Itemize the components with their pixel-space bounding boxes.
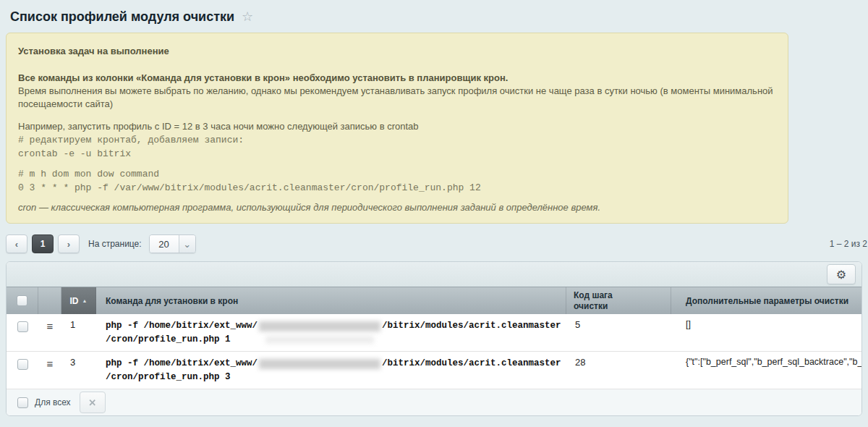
cell-command: php -f /home/bitrix/ext_www/ /bitrix/mod… xyxy=(96,319,566,347)
close-icon: ✕ xyxy=(88,397,96,408)
grid-settings-button[interactable]: ⚙ xyxy=(827,264,856,284)
gear-icon: ⚙ xyxy=(836,268,846,282)
header-cell-step[interactable]: Код шага очистки xyxy=(566,287,671,314)
censored-region-faint xyxy=(265,336,374,344)
notice-code-line2: 0 3 * * * php -f /var/www/bitrix/modules… xyxy=(18,181,775,195)
notice-code-comment2: # m h dom mon dow command xyxy=(18,167,775,181)
header-cell-params[interactable]: Дополнительные параметры очистки xyxy=(671,287,861,314)
cell-params: [] xyxy=(671,319,861,347)
id-header-label: ID xyxy=(70,296,79,306)
command-text: /bitrix/modules/acrit.cleanmaster xyxy=(382,357,561,371)
select-all-footer-checkbox[interactable] xyxy=(17,397,28,408)
notice-footnote: cron — классическая компьютерная програм… xyxy=(18,201,775,214)
per-page-value: 20 xyxy=(150,235,179,253)
page-title: Список профилей модуля очистки xyxy=(10,9,234,25)
range-text: 1 – 2 из 2 xyxy=(830,239,867,249)
grid-toolbar: ⚙ xyxy=(7,262,861,287)
current-page-button[interactable]: 1 xyxy=(32,234,54,253)
row-checkbox[interactable] xyxy=(17,321,28,332)
header-cell-command[interactable]: Команда для установки в крон xyxy=(96,287,566,314)
header-cell-id[interactable]: ID ▲ xyxy=(61,287,96,314)
notice-line-bold: Все команды из колонки «Команда для уста… xyxy=(18,72,775,85)
grid-footer: Для всех ✕ xyxy=(7,389,861,415)
header-cell-menu xyxy=(38,287,61,314)
command-text: /bitrix/modules/acrit.cleanmaster xyxy=(382,319,561,333)
cell-id: 3 xyxy=(61,357,96,384)
notice-heading: Установка задач на выполнение xyxy=(18,45,775,58)
command-header-label: Команда для установки в крон xyxy=(106,296,238,306)
select-all-checkbox[interactable] xyxy=(17,295,27,306)
grid-header: ID ▲ Команда для установки в крон Код ша… xyxy=(7,287,861,314)
page-header: Список профилей модуля очистки ☆ xyxy=(10,7,868,26)
row-menu-icon[interactable]: ≡ xyxy=(47,321,54,331)
cell-id: 1 xyxy=(61,319,96,347)
params-header-label: Дополнительные параметры очистки xyxy=(686,296,848,306)
command-text: /cron/profile_run.php 3 xyxy=(106,371,231,384)
profiles-grid: ⚙ ID ▲ Команда для установки в крон Код … xyxy=(6,261,862,416)
pager-top: ‹ 1 › На странице: 20 ⌄ 1 – 2 из 2 xyxy=(6,233,862,255)
sort-asc-icon: ▲ xyxy=(82,298,88,303)
cell-params: {"t":["b_perf_sql","b_perf_sql_backtrace… xyxy=(671,357,861,384)
cell-command: php -f /home/bitrix/ext_www/ /bitrix/mod… xyxy=(96,357,566,384)
cell-step-code: 28 xyxy=(566,357,671,384)
command-text: php -f /home/bitrix/ext_www/ xyxy=(106,357,258,371)
censored-region xyxy=(259,321,380,331)
per-page-label: На странице: xyxy=(88,239,142,249)
notice-line-regular: Время выполнения вы можете выбрать по же… xyxy=(18,85,775,111)
row-checkbox[interactable] xyxy=(17,359,28,370)
command-text: /cron/profile_run.php 1 xyxy=(106,333,231,347)
cron-setup-notice: Установка задач на выполнение Все команд… xyxy=(6,33,788,224)
command-text: php -f /home/bitrix/ext_www/ xyxy=(106,319,258,333)
per-page-select[interactable]: 20 ⌄ xyxy=(149,234,196,253)
table-row: ≡ 1 php -f /home/bitrix/ext_www/ /bitrix… xyxy=(7,314,861,352)
select-all-label: Для всех xyxy=(35,397,71,407)
row-menu-icon[interactable]: ≡ xyxy=(47,359,54,369)
favorite-star-icon[interactable]: ☆ xyxy=(242,9,253,25)
notice-example-intro: Например, запустить профиль с ID = 12 в … xyxy=(18,120,775,133)
step-header-label: Код шага очистки xyxy=(574,290,642,312)
table-row: ≡ 3 php -f /home/bitrix/ext_www/ /bitrix… xyxy=(7,352,861,389)
notice-code-line1: crontab -e -u bitrix xyxy=(18,147,775,161)
cell-step-code: 5 xyxy=(566,319,671,347)
header-cell-checkbox xyxy=(7,287,38,314)
next-page-button[interactable]: › xyxy=(58,234,80,253)
notice-code-comment1: # редактируем кронтаб, добавляем записи: xyxy=(18,133,775,147)
chevron-down-icon: ⌄ xyxy=(179,235,195,253)
prev-page-button[interactable]: ‹ xyxy=(6,234,27,253)
group-action-delete-button[interactable]: ✕ xyxy=(80,392,106,413)
censored-region xyxy=(259,359,380,369)
